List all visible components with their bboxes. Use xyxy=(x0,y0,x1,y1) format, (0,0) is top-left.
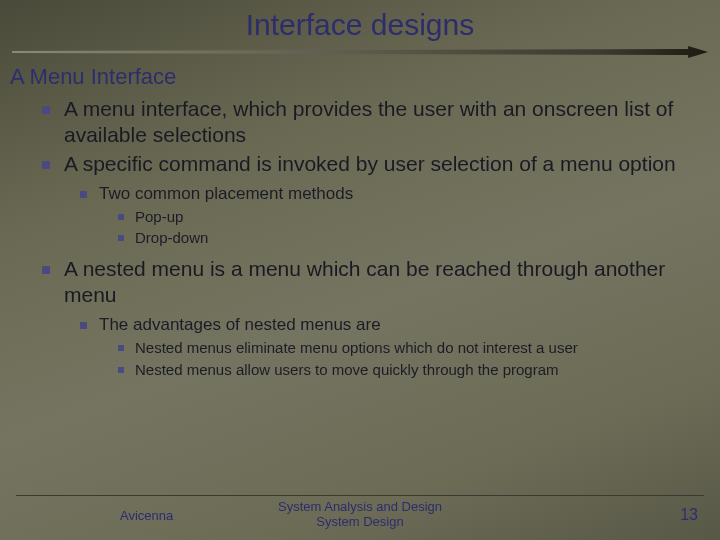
footer-center: System Analysis and Design System Design xyxy=(0,500,720,530)
svg-marker-0 xyxy=(12,46,708,58)
bullet-level3: Nested menus allow users to move quickly… xyxy=(118,360,702,380)
footer-line2: System Design xyxy=(0,515,720,530)
bullet-icon xyxy=(118,235,124,241)
bullet-text: A menu interface, which provides the use… xyxy=(64,96,702,149)
bullet-text: Nested menus allow users to move quickly… xyxy=(135,360,559,380)
content-area: A menu interface, which provides the use… xyxy=(24,96,702,379)
bullet-text: Two common placement methods xyxy=(99,183,353,205)
arrow-divider xyxy=(12,46,708,58)
bullet-icon xyxy=(42,106,50,114)
bullet-level2: Two common placement methods xyxy=(80,183,702,205)
slide: Interface designs A Menu Interface A men… xyxy=(0,0,720,540)
bullet-level3: Pop-up xyxy=(118,207,702,227)
bullet-level1: A specific command is invoked by user se… xyxy=(42,151,702,177)
bullet-text: Drop-down xyxy=(135,228,208,248)
bullet-icon xyxy=(80,322,87,329)
bullet-text: Nested menus eliminate menu options whic… xyxy=(135,338,578,358)
bullet-level3: Nested menus eliminate menu options whic… xyxy=(118,338,702,358)
footer-line1: System Analysis and Design xyxy=(0,500,720,515)
bullet-icon xyxy=(118,345,124,351)
page-number: 13 xyxy=(680,506,698,524)
bullet-icon xyxy=(118,367,124,373)
bullet-level1: A nested menu is a menu which can be rea… xyxy=(42,256,702,309)
bullet-level3: Drop-down xyxy=(118,228,702,248)
footer: Avicenna System Analysis and Design Syst… xyxy=(0,500,720,530)
bullet-level1: A menu interface, which provides the use… xyxy=(42,96,702,149)
bullet-text: Pop-up xyxy=(135,207,183,227)
bullet-icon xyxy=(42,266,50,274)
bullet-text: The advantages of nested menus are xyxy=(99,314,381,336)
slide-subtitle: A Menu Interface xyxy=(10,64,720,90)
bullet-icon xyxy=(42,161,50,169)
slide-title: Interface designs xyxy=(0,0,720,46)
bullet-level2: The advantages of nested menus are xyxy=(80,314,702,336)
bullet-text: A specific command is invoked by user se… xyxy=(64,151,676,177)
bullet-icon xyxy=(80,191,87,198)
footer-divider xyxy=(16,495,704,496)
bullet-text: A nested menu is a menu which can be rea… xyxy=(64,256,702,309)
bullet-icon xyxy=(118,214,124,220)
